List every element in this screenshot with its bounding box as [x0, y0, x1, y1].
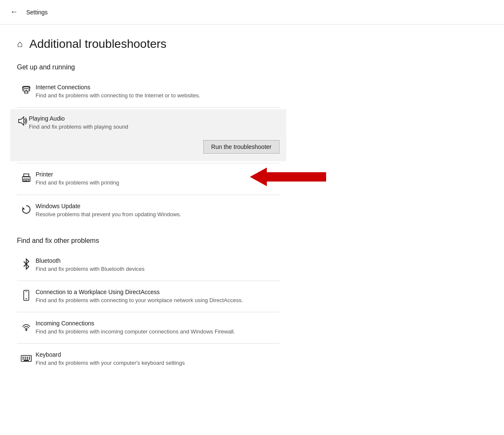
directaccess-icon — [20, 289, 32, 301]
section-title-get-up-running: Get up and running — [17, 63, 280, 71]
windows-update-icon-wrap — [17, 204, 36, 215]
bluetooth-title: Bluetooth — [36, 257, 280, 264]
divider-2 — [17, 163, 280, 163]
internet-connections-title: Internet Connections — [36, 84, 280, 91]
item-directaccess[interactable]: Connection to a Workplace Using DirectAc… — [17, 283, 280, 310]
item-keyboard[interactable]: Keyboard Find and fix problems with your… — [17, 345, 280, 373]
playing-audio-text: Playing Audio Find and fix problems with… — [29, 115, 280, 131]
incoming-icon-wrap — [17, 321, 36, 333]
svg-rect-18 — [25, 357, 26, 358]
divider-6 — [17, 343, 280, 344]
item-bluetooth[interactable]: Bluetooth Find and fix problems with Blu… — [17, 251, 280, 279]
playing-audio-inner: Playing Audio Find and fix problems with… — [17, 115, 280, 131]
printer-text: Printer Find and fix problems with print… — [36, 171, 280, 187]
playing-audio-icon-wrap — [17, 115, 29, 128]
svg-rect-24 — [29, 358, 30, 360]
section-find-fix: Find and fix other problems Bluetooth Fi… — [17, 237, 280, 373]
internet-connections-desc: Find and fix problems with connecting to… — [36, 92, 280, 99]
keyboard-text: Keyboard Find and fix problems with your… — [36, 351, 280, 367]
incoming-icon — [20, 321, 32, 333]
printer-title: Printer — [36, 171, 280, 178]
incoming-title: Incoming Connections — [36, 320, 280, 327]
directaccess-icon-wrap — [17, 289, 36, 301]
item-incoming[interactable]: Incoming Connections Find and fix proble… — [17, 314, 280, 341]
section-get-up-running: Get up and running — [17, 63, 280, 224]
internet-connections-text: Internet Connections Find and fix proble… — [36, 84, 280, 99]
playing-audio-desc: Find and fix problems with playing sound — [29, 123, 280, 131]
page-header: ⌂ Additional troubleshooters — [17, 37, 280, 51]
bluetooth-desc: Find and fix problems with Bluetooth dev… — [36, 265, 280, 273]
svg-rect-22 — [25, 358, 26, 360]
home-icon: ⌂ — [17, 39, 22, 50]
svg-rect-21 — [22, 358, 24, 360]
update-icon — [20, 204, 32, 215]
incoming-desc: Find and fix problems with incoming comp… — [36, 328, 280, 336]
directaccess-title: Connection to a Workplace Using DirectAc… — [36, 289, 280, 295]
directaccess-text: Connection to a Workplace Using DirectAc… — [36, 289, 280, 304]
item-playing-audio[interactable]: Playing Audio Find and fix problems with… — [10, 109, 286, 161]
run-troubleshooter-row: Run the troubleshooter — [17, 131, 280, 161]
item-printer[interactable]: Printer Find and fix problems with print… — [17, 165, 280, 193]
arrow-annotation — [250, 168, 326, 186]
svg-marker-11 — [22, 207, 25, 209]
svg-rect-20 — [29, 357, 30, 358]
svg-rect-17 — [22, 357, 24, 358]
keyboard-icon-wrap — [17, 352, 36, 364]
top-bar: ← Settings — [0, 0, 504, 25]
keyboard-desc: Find and fix problems with your computer… — [36, 359, 280, 367]
keyboard-icon — [20, 352, 32, 364]
divider-3 — [17, 195, 280, 195]
printer-icon-wrap — [17, 172, 36, 184]
arrow-head — [250, 168, 267, 186]
settings-label: Settings — [26, 9, 48, 16]
divider-1 — [17, 107, 280, 107]
bluetooth-icon-wrap — [17, 258, 36, 270]
playing-audio-title: Playing Audio — [29, 115, 280, 122]
internet-icon — [20, 85, 32, 96]
windows-update-title: Windows Update — [36, 203, 280, 209]
svg-rect-23 — [27, 358, 28, 360]
item-internet-connections[interactable]: Internet Connections Find and fix proble… — [17, 78, 280, 105]
keyboard-title: Keyboard — [36, 351, 280, 358]
bluetooth-icon — [20, 258, 32, 270]
divider-4 — [17, 281, 280, 281]
back-button[interactable]: ← — [8, 6, 19, 18]
svg-rect-25 — [24, 360, 29, 361]
audio-icon — [17, 115, 29, 127]
printer-desc: Find and fix problems with printing — [36, 179, 280, 187]
main-content: ⌂ Additional troubleshooters Get up and … — [0, 25, 296, 386]
section-title-find-fix: Find and fix other problems — [17, 237, 280, 245]
arrow-shaft — [267, 172, 326, 182]
svg-point-15 — [25, 329, 27, 331]
incoming-text: Incoming Connections Find and fix proble… — [36, 320, 280, 336]
windows-update-desc: Resolve problems that prevent you from u… — [36, 211, 280, 218]
directaccess-desc: Find and fix problems with connecting to… — [36, 297, 280, 304]
item-windows-update[interactable]: Windows Update Resolve problems that pre… — [17, 197, 280, 224]
divider-5 — [17, 312, 280, 312]
run-troubleshooter-button[interactable]: Run the troubleshooter — [203, 140, 280, 154]
svg-rect-19 — [27, 357, 28, 358]
svg-point-4 — [26, 90, 27, 91]
svg-marker-5 — [19, 117, 24, 125]
internet-connections-icon-wrap — [17, 85, 36, 96]
printer-icon — [20, 172, 32, 184]
windows-update-text: Windows Update Resolve problems that pre… — [36, 203, 280, 218]
bluetooth-text: Bluetooth Find and fix problems with Blu… — [36, 257, 280, 273]
page-title: Additional troubleshooters — [29, 37, 166, 51]
